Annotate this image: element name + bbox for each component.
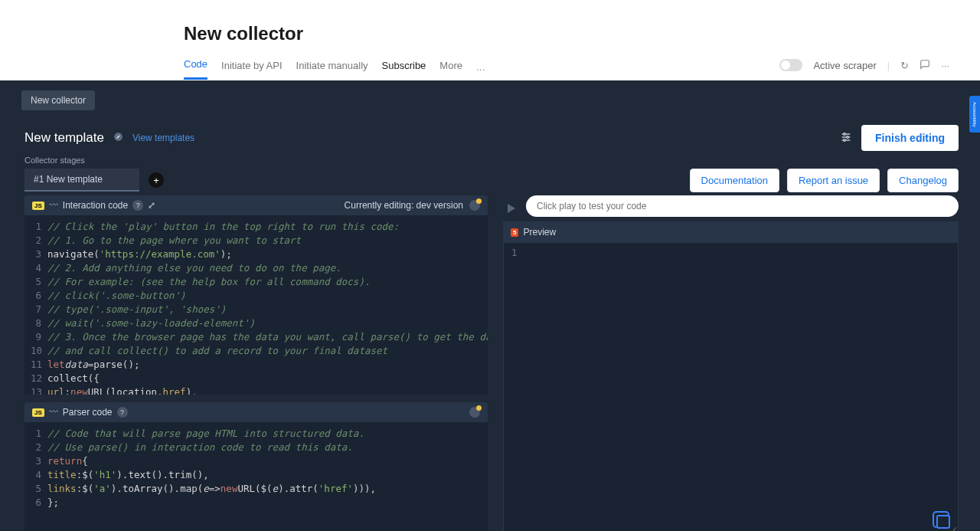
wave-icon: 〰 <box>49 407 58 418</box>
settings-icon[interactable] <box>840 131 852 146</box>
resize-handle-icon <box>949 527 956 531</box>
more-icon[interactable]: ··· <box>476 63 485 75</box>
add-stage-button[interactable]: + <box>149 172 164 188</box>
documentation-button[interactable]: Documentation <box>690 169 779 192</box>
interaction-code-editor[interactable]: 1// Click the 'play' button in the top r… <box>24 215 488 395</box>
tab-more[interactable]: More <box>439 60 462 79</box>
play-input[interactable] <box>526 195 959 217</box>
finish-editing-button[interactable]: Finish editing <box>861 125 959 151</box>
status-dot-icon[interactable] <box>469 407 480 418</box>
js-badge-icon: JS <box>32 408 44 417</box>
help-icon[interactable]: ? <box>132 200 143 211</box>
pencil-icon[interactable] <box>113 132 123 144</box>
report-issue-button[interactable]: Report an issue <box>787 169 880 192</box>
header-tabs: Code Initiate by API Initiate manually S… <box>184 58 485 80</box>
wave-icon: 〰 <box>49 200 58 211</box>
expand-icon[interactable]: ⤢ <box>148 200 155 211</box>
js-badge-icon: JS <box>32 202 44 210</box>
editing-version-label: Currently editing: dev version <box>345 200 463 211</box>
view-templates-link[interactable]: View templates <box>132 133 194 143</box>
more-actions-icon[interactable]: ··· <box>941 60 949 71</box>
preview-label: Preview <box>523 227 556 238</box>
page-title: New collector <box>184 23 949 44</box>
svg-point-6 <box>844 139 846 141</box>
active-scraper-label: Active scraper <box>813 60 876 71</box>
preview-header: 5 Preview <box>503 221 959 243</box>
tab-initiate-api[interactable]: Initiate by API <box>221 60 283 79</box>
stages-label: Collector stages <box>24 156 85 165</box>
refresh-icon[interactable]: ↻ <box>900 60 909 71</box>
svg-point-5 <box>847 136 849 138</box>
status-dot-icon[interactable] <box>469 200 480 211</box>
preview-line-number: 1 <box>511 247 517 258</box>
active-scraper-toggle[interactable] <box>779 59 802 71</box>
svg-point-4 <box>844 133 846 135</box>
interaction-code-title: Interaction code <box>63 200 128 211</box>
comment-icon[interactable] <box>920 59 930 72</box>
tab-subscribe[interactable]: Subscribe <box>382 60 426 79</box>
html5-icon: 5 <box>511 228 518 237</box>
preview-body[interactable]: 1 <box>503 243 959 531</box>
tab-initiate-manually[interactable]: Initiate manually <box>296 60 368 79</box>
interaction-code-panel: JS 〰 Interaction code ? ⤢ Currently edit… <box>24 195 488 395</box>
stage-tab-1[interactable]: #1 New template <box>24 169 139 192</box>
tab-code[interactable]: Code <box>184 58 207 80</box>
parser-code-editor[interactable]: 1// Code that will parse page HTML into … <box>24 422 488 514</box>
parser-code-title: Parser code <box>63 407 113 418</box>
parser-code-panel: JS 〰 Parser code ? 1// Code that will pa… <box>24 402 488 531</box>
play-button[interactable] <box>508 204 515 213</box>
accessibility-tab[interactable]: Accessibility <box>969 96 980 133</box>
help-icon[interactable]: ? <box>117 407 128 418</box>
collector-chip[interactable]: New collector <box>21 90 95 110</box>
copy-icon[interactable] <box>936 515 950 529</box>
changelog-button[interactable]: Changelog <box>887 169 959 192</box>
template-title: New template <box>24 130 104 146</box>
